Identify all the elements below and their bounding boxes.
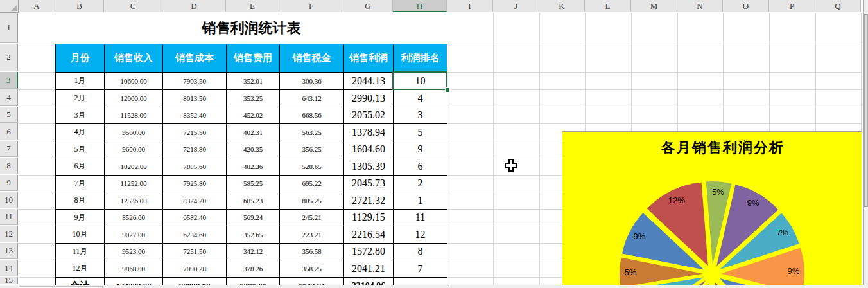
column-header-D[interactable]: D [162, 0, 226, 12]
row-header-6[interactable]: 6 [0, 123, 18, 140]
row-header-12[interactable]: 12 [0, 226, 18, 242]
cell[interactable]: 6582.40 [163, 209, 227, 226]
cell[interactable]: 353.25 [227, 89, 280, 107]
vertical-scrollbar-thumb[interactable] [864, 14, 868, 207]
table-header-7[interactable]: 利润排名 [394, 44, 447, 72]
table-header-3[interactable]: 销售成本 [163, 44, 227, 72]
cell[interactable]: 3 [394, 107, 447, 123]
cell[interactable]: 10 [394, 72, 447, 89]
cell[interactable]: 5 [394, 123, 447, 141]
cell[interactable]: 1572.80 [344, 243, 394, 260]
cell[interactable]: 402.31 [227, 123, 280, 141]
cell[interactable]: 12 [394, 226, 447, 243]
cell[interactable]: 7月 [56, 175, 105, 192]
cell[interactable]: 12月 [56, 260, 105, 277]
cell[interactable]: 563.25 [280, 123, 344, 141]
table-header-4[interactable]: 销售费用 [227, 44, 280, 72]
cell[interactable]: 10202.00 [105, 158, 163, 175]
column-header-F[interactable]: F [279, 0, 343, 12]
cell[interactable]: 7090.28 [163, 260, 227, 277]
cell[interactable]: 10月 [56, 226, 105, 243]
cell[interactable]: 3月 [56, 107, 105, 123]
horizontal-scrollbar[interactable] [0, 285, 868, 288]
cell[interactable]: 7903.50 [163, 72, 227, 89]
cell[interactable]: 2055.02 [344, 107, 394, 123]
cell[interactable]: 1129.15 [344, 209, 394, 226]
cell[interactable]: 8352.40 [163, 107, 227, 123]
cell[interactable]: 1604.60 [344, 141, 394, 158]
cell[interactable]: 8月 [56, 192, 105, 209]
fill-handle[interactable] [445, 87, 450, 93]
cell[interactable]: 1 [394, 192, 447, 209]
cell[interactable]: 695.22 [280, 175, 344, 192]
column-header-N[interactable]: N [677, 0, 723, 12]
cell[interactable]: 378.26 [227, 260, 280, 277]
cell[interactable]: 2045.73 [344, 175, 394, 192]
cell[interactable]: 2990.13 [344, 89, 394, 107]
cell[interactable]: 8324.20 [163, 192, 227, 209]
column-header-J[interactable]: J [493, 0, 539, 12]
cell[interactable]: 7885.60 [163, 158, 227, 175]
column-header-E[interactable]: E [226, 0, 279, 12]
cell[interactable]: 4 [394, 89, 447, 107]
row-header-1[interactable]: 1 [0, 13, 18, 43]
cell[interactable]: 352.01 [227, 72, 280, 89]
worksheet-title-cell[interactable]: 销售利润统计表 [56, 13, 447, 44]
column-header-P[interactable]: P [769, 0, 815, 12]
cell[interactable]: 11252.00 [105, 175, 163, 192]
cell[interactable]: 6234.60 [163, 226, 227, 243]
cell[interactable]: 7215.50 [163, 123, 227, 141]
cell[interactable]: 11 [394, 209, 447, 226]
cell[interactable]: 668.56 [280, 107, 344, 123]
table-header-2[interactable]: 销售收入 [105, 44, 163, 72]
cell[interactable]: 6月 [56, 158, 105, 175]
cell[interactable]: 643.12 [280, 89, 344, 107]
row-header-7[interactable]: 7 [0, 141, 18, 157]
row-header-8[interactable]: 8 [0, 158, 18, 174]
vertical-scrollbar[interactable] [863, 0, 868, 288]
table-header-1[interactable]: 月份 [56, 44, 105, 72]
column-header-Q[interactable]: Q [815, 0, 861, 12]
cell[interactable]: 805.25 [280, 192, 344, 209]
cell[interactable]: 8 [394, 243, 447, 260]
cell[interactable]: 1月 [56, 72, 105, 89]
row-header-14[interactable]: 14 [0, 260, 18, 276]
cell[interactable]: 9 [394, 141, 447, 158]
cell[interactable]: 7251.50 [163, 243, 227, 260]
column-header-C[interactable]: C [104, 0, 162, 12]
cell[interactable]: 9560.00 [105, 123, 163, 141]
cell[interactable]: 352.65 [227, 226, 280, 243]
cell[interactable]: 356.25 [280, 141, 344, 158]
cell[interactable]: 11月 [56, 243, 105, 260]
table-header-6[interactable]: 销售利润 [344, 44, 394, 72]
cell[interactable]: 9523.00 [105, 243, 163, 260]
cell[interactable]: 12000.00 [105, 89, 163, 107]
cell[interactable]: 300.36 [280, 72, 344, 89]
cell[interactable]: 245.21 [280, 209, 344, 226]
cell[interactable]: 5月 [56, 141, 105, 158]
cell[interactable]: 358.25 [280, 260, 344, 277]
row-header-9[interactable]: 9 [0, 175, 18, 191]
cell[interactable]: 9027.00 [105, 226, 163, 243]
cell[interactable]: 7925.80 [163, 175, 227, 192]
cell[interactable]: 1378.94 [344, 123, 394, 141]
cell[interactable]: 10600.00 [105, 72, 163, 89]
cell[interactable]: 585.25 [227, 175, 280, 192]
row-header-4[interactable]: 4 [0, 89, 18, 106]
cell[interactable]: 1305.39 [344, 158, 394, 175]
cell[interactable]: 2041.21 [344, 260, 394, 277]
column-header-A[interactable]: A [19, 0, 55, 12]
row-header-10[interactable]: 10 [0, 192, 18, 208]
cell[interactable]: 569.24 [227, 209, 280, 226]
cell[interactable]: 11528.00 [105, 107, 163, 123]
cell[interactable]: 482.36 [227, 158, 280, 175]
cell[interactable]: 9868.00 [105, 260, 163, 277]
table-header-5[interactable]: 销售税金 [280, 44, 344, 72]
cell[interactable]: 2044.13 [344, 72, 394, 89]
cell[interactable]: 2216.54 [344, 226, 394, 243]
row-header-15[interactable]: 15 [0, 277, 18, 284]
row-header-3[interactable]: 3 [0, 72, 18, 89]
column-header-L[interactable]: L [585, 0, 631, 12]
row-header-11[interactable]: 11 [0, 209, 18, 225]
cell[interactable]: 12536.00 [105, 192, 163, 209]
